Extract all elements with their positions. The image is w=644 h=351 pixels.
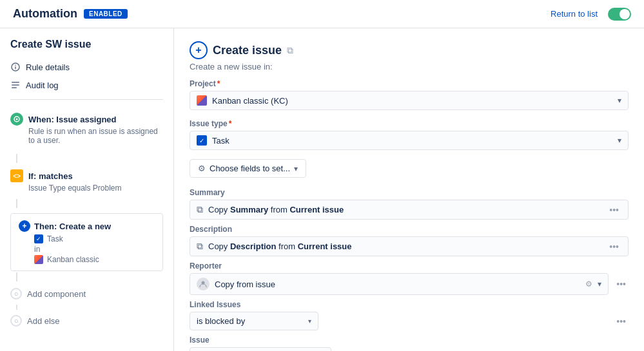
connector-4 xyxy=(16,305,17,310)
rule-details-label: Rule details xyxy=(26,62,70,72)
description-bold: Description xyxy=(230,242,277,251)
sidebar-item-audit-log[interactable]: Audit log xyxy=(0,76,173,94)
trigger-header: When: Issue assigned xyxy=(10,113,163,126)
svg-rect-4 xyxy=(12,84,19,86)
summary-copy-text: Copy Summary from Current issue xyxy=(208,205,601,214)
reporter-avatar-icon xyxy=(197,278,210,290)
linked-issues-chevron-icon: ▾ xyxy=(308,318,311,325)
summary-from-bold: Current issue xyxy=(289,205,344,214)
description-copy-row: ⧉ Copy Description from Current issue ••… xyxy=(190,236,629,256)
summary-more-button[interactable]: ••• xyxy=(607,205,621,215)
add-else-btn[interactable]: ○ Add else xyxy=(0,310,173,332)
reporter-select[interactable]: Copy from issue ⚙ ▾ xyxy=(190,273,609,295)
action-block: + Then: Create a new Task in Kanban clas… xyxy=(10,213,163,271)
reporter-chevron-icon: ▾ xyxy=(598,280,601,289)
action-project-label: Kanban classic xyxy=(47,255,99,264)
choose-fields-button[interactable]: ⚙ Choose fields to set... ▾ xyxy=(190,159,306,178)
issue-type-chevron-icon: ▾ xyxy=(618,136,621,145)
toggle-knob xyxy=(620,9,630,19)
action-project-row: Kanban classic xyxy=(34,255,155,264)
rule-title: Create SW issue xyxy=(0,39,173,58)
description-field-group: Description ⧉ Copy Description from Curr… xyxy=(190,225,629,256)
project-chevron-icon: ▾ xyxy=(618,96,621,105)
kanban-project-select-icon xyxy=(197,95,207,106)
summary-bold: Summary xyxy=(230,205,268,214)
project-label: Project * xyxy=(190,79,629,88)
sidebar: Create SW issue Rule details Audit lo xyxy=(0,28,174,351)
project-field-group: Project * Kanban classic (KC) ▾ xyxy=(190,79,629,110)
kanban-project-icon xyxy=(34,255,43,264)
description-more-button[interactable]: ••• xyxy=(607,242,621,252)
reporter-field-group: Reporter Copy from issue ⚙ ▾ ••• xyxy=(190,261,629,295)
return-to-list-link[interactable]: Return to list xyxy=(551,9,598,19)
linked-issues-select[interactable]: is blocked by ▾ xyxy=(190,312,318,330)
reporter-value: Copy from issue xyxy=(215,280,580,289)
content-plus-button[interactable]: + xyxy=(190,41,208,59)
reporter-row-wrapper: Copy from issue ⚙ ▾ ••• xyxy=(190,273,629,295)
reporter-settings-icon[interactable]: ⚙ xyxy=(585,280,592,289)
sidebar-item-rule-details[interactable]: Rule details xyxy=(0,58,173,76)
issue-type-label: Issue type * xyxy=(190,119,629,128)
trigger-icon xyxy=(10,113,23,126)
action-title: Then: Create a new xyxy=(34,222,111,231)
svg-rect-5 xyxy=(12,88,17,89)
reporter-label: Reporter xyxy=(190,261,629,270)
linked-issues-field-group: Linked Issues is blocked by ▾ ••• xyxy=(190,300,629,330)
trigger-block: When: Issue assigned Rule is run when an… xyxy=(0,105,173,153)
action-detail: Task in Kanban classic xyxy=(34,234,155,264)
automation-toggle[interactable] xyxy=(608,8,631,21)
content-subtitle: Create a new issue in: xyxy=(190,62,629,71)
linked-issues-more-button[interactable]: ••• xyxy=(614,316,629,327)
summary-label: Summary xyxy=(190,188,629,197)
svg-rect-3 xyxy=(12,82,19,83)
main-layout: Create SW issue Rule details Audit lo xyxy=(0,28,644,351)
svg-rect-1 xyxy=(15,66,15,70)
linked-issues-row: is blocked by ▾ ••• xyxy=(190,312,629,330)
summary-copy-row: ⧉ Copy Summary from Current issue ••• xyxy=(190,200,629,220)
summary-field-group: Summary ⧉ Copy Summary from Current issu… xyxy=(190,188,629,220)
description-label: Description xyxy=(190,225,629,234)
choose-fields-chevron-icon: ▾ xyxy=(294,164,298,173)
project-select-value: Kanban classic (KC) xyxy=(212,96,618,106)
list-icon xyxy=(10,80,21,90)
add-else-label: Add else xyxy=(27,316,60,326)
action-detail-row: Task xyxy=(34,234,155,243)
connector-3 xyxy=(16,272,17,281)
task-type-icon xyxy=(197,135,207,146)
condition-block: <> If: matches Issue Type equals Problem xyxy=(0,164,173,198)
connector-2 xyxy=(16,199,17,208)
add-else-circle-icon: ○ xyxy=(10,315,22,327)
action-plus-icon: + xyxy=(19,220,30,232)
description-from-bold: Current issue xyxy=(298,242,352,251)
trigger-description: Rule is run when an issue is assigned to… xyxy=(28,127,163,145)
header-right: Return to list xyxy=(551,8,631,21)
action-in-label: in xyxy=(34,245,155,254)
issue-select[interactable]: Trigger issue ▾ xyxy=(190,347,331,351)
trigger-title: When: Issue assigned xyxy=(28,115,117,124)
issue-label: Issue xyxy=(190,336,629,345)
add-component-btn[interactable]: ○ Add component xyxy=(0,283,173,305)
project-select[interactable]: Kanban classic (KC) ▾ xyxy=(190,91,629,110)
plus-icon: + xyxy=(195,44,201,56)
enabled-badge: ENABLED xyxy=(84,9,128,19)
issue-type-select-value: Task xyxy=(212,136,618,146)
connector-1 xyxy=(16,154,17,163)
info-icon xyxy=(10,62,21,72)
issue-type-field-group: Issue type * Task ▾ xyxy=(190,119,629,150)
issue-type-select[interactable]: Task ▾ xyxy=(190,131,629,150)
add-component-label: Add component xyxy=(27,289,86,299)
copy-title-icon[interactable]: ⧉ xyxy=(287,45,293,56)
add-component-circle-icon: ○ xyxy=(10,288,22,299)
issue-type-required: * xyxy=(229,119,232,128)
action-task-label: Task xyxy=(47,234,63,243)
audit-log-label: Audit log xyxy=(26,81,59,90)
condition-header: <> If: matches xyxy=(10,169,163,182)
task-checkbox-icon xyxy=(34,234,43,243)
content-header: + Create issue ⧉ xyxy=(190,41,629,59)
condition-title: If: matches xyxy=(28,171,73,181)
action-container: + Then: Create a new Task in Kanban clas… xyxy=(10,213,163,271)
svg-point-7 xyxy=(16,119,18,120)
choose-fields-label: Choose fields to set... xyxy=(210,164,290,173)
reporter-more-button[interactable]: ••• xyxy=(614,279,629,289)
issue-field-group: Issue Trigger issue ▾ You can link to th… xyxy=(190,336,629,351)
